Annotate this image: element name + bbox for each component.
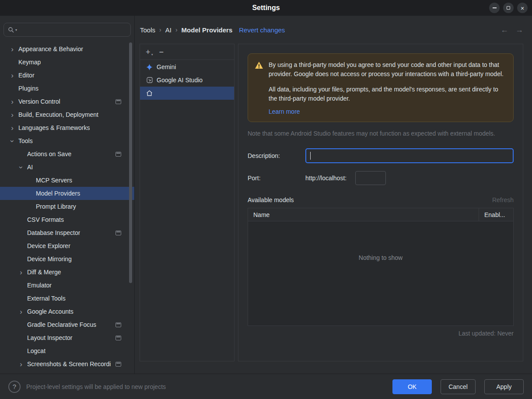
port-input[interactable] <box>355 171 386 185</box>
chevron-down-icon[interactable]: › <box>9 135 16 147</box>
sidebar-item-csv-formats[interactable]: CSV Formats <box>0 213 134 226</box>
provider-item-new-provider[interactable] <box>140 87 234 100</box>
ide-badge-icon <box>116 152 121 157</box>
available-models-label: Available models <box>248 196 294 203</box>
warning-paragraph-2: All data, including your files, prompts,… <box>269 85 506 103</box>
refresh-button[interactable]: Refresh <box>492 196 514 203</box>
minimize-button[interactable] <box>489 3 500 13</box>
sidebar-item-label: Appearance & Behavior <box>18 46 83 52</box>
sidebar-item-label: Google Accounts <box>27 308 74 315</box>
help-button[interactable]: ? <box>8 381 21 393</box>
breadcrumb: Tools AI Model Providers Revert changes … <box>135 16 532 44</box>
provider-list: GeminiGoogle AI Studio <box>140 60 234 100</box>
sidebar-item-label: Plugins <box>18 85 38 92</box>
sidebar-item-editor[interactable]: ›Editor <box>0 69 134 82</box>
sidebar-item-emulator[interactable]: Emulator <box>0 279 134 292</box>
ok-button[interactable]: OK <box>392 379 432 394</box>
sidebar-item-label: Keymap <box>18 59 41 66</box>
sidebar-item-appearance-behavior[interactable]: ›Appearance & Behavior <box>0 42 134 56</box>
apply-button[interactable]: Apply <box>484 379 524 394</box>
sidebar-item-label: Gradle Declarative Focus <box>27 321 96 328</box>
description-input[interactable] <box>305 148 514 163</box>
sidebar-item-diff-merge[interactable]: ›Diff & Merge <box>0 266 134 279</box>
remove-provider-icon[interactable] <box>159 48 164 56</box>
sidebar-item-label: AI <box>27 164 33 171</box>
settings-sidebar: ▾ ›Appearance & BehaviorKeymap›EditorPlu… <box>0 16 135 374</box>
settings-search-input[interactable] <box>18 26 126 33</box>
available-models-row: Available models Refresh <box>248 196 514 203</box>
providers-panel: GeminiGoogle AI Studio <box>140 44 234 361</box>
sidebar-item-label: MCP Servers <box>36 177 72 184</box>
sidebar-item-version-control[interactable]: ›Version Control <box>0 95 134 108</box>
column-header-enabled[interactable]: Enabl... <box>479 208 513 221</box>
chevron-right-icon[interactable]: › <box>6 98 18 105</box>
search-box[interactable]: ▾ <box>4 23 131 37</box>
breadcrumb-tools[interactable]: Tools <box>140 26 155 34</box>
provider-item-google-ai-studio[interactable]: Google AI Studio <box>140 74 234 87</box>
warning-paragraph-1: By using a third-party model you agree t… <box>269 60 506 79</box>
sidebar-item-label: Database Inspector <box>27 229 80 236</box>
provider-item-gemini[interactable]: Gemini <box>140 60 234 74</box>
sidebar-item-keymap[interactable]: Keymap <box>0 56 134 69</box>
sidebar-item-label: Device Explorer <box>27 242 70 249</box>
sidebar-item-languages-frameworks[interactable]: ›Languages & Frameworks <box>0 121 134 134</box>
add-provider-icon[interactable] <box>146 48 150 56</box>
providers-toolbar <box>140 44 234 60</box>
footer-note: Project-level settings will be applied t… <box>26 383 166 390</box>
back-arrow-icon[interactable]: ← <box>500 25 508 35</box>
models-table-body: Nothing to show <box>248 221 513 326</box>
sidebar-item-logcat[interactable]: Logcat <box>0 344 134 357</box>
sidebar-item-external-tools[interactable]: External Tools <box>0 292 134 305</box>
question-mark-icon: ? <box>13 383 16 390</box>
chevron-right-icon[interactable]: › <box>15 269 27 276</box>
sidebar-item-plugins[interactable]: Plugins <box>0 82 134 95</box>
close-button[interactable] <box>517 3 528 13</box>
sidebar-item-ai[interactable]: ›AI <box>0 161 134 174</box>
sidebar-item-gradle-declarative-focus[interactable]: Gradle Declarative Focus <box>0 318 134 331</box>
revert-changes-link[interactable]: Revert changes <box>239 26 285 34</box>
sidebar-item-label: Editor <box>18 72 35 79</box>
window-title: Settings <box>252 4 280 12</box>
sidebar-scrollbar[interactable] <box>129 42 132 283</box>
sidebar-item-database-inspector[interactable]: Database Inspector <box>0 226 134 239</box>
sidebar-item-prompt-library[interactable]: Prompt Library <box>0 200 134 213</box>
chevron-right-icon[interactable]: › <box>15 360 27 368</box>
learn-more-link[interactable]: Learn more <box>269 108 300 115</box>
minimize-icon <box>493 7 497 8</box>
sidebar-item-build-execution-deployment[interactable]: ›Build, Execution, Deployment <box>0 108 134 121</box>
maximize-button[interactable] <box>503 3 514 13</box>
models-table: Name Enabl... Nothing to show <box>248 208 514 326</box>
sidebar-item-tools[interactable]: ›Tools <box>0 134 134 147</box>
sidebar-item-screenshots-screen-recordi[interactable]: ›Screenshots & Screen Recordi <box>0 357 134 371</box>
chevron-right-icon[interactable]: › <box>6 111 18 119</box>
chevron-right-icon[interactable]: › <box>15 308 27 315</box>
chevron-down-icon[interactable]: › <box>18 161 25 173</box>
sidebar-item-device-mirroring[interactable]: Device Mirroring <box>0 252 134 266</box>
maximize-icon <box>507 6 510 10</box>
port-prefix: http://localhost: <box>305 175 346 182</box>
search-options-caret-icon[interactable]: ▾ <box>15 28 17 32</box>
provider-item-label: Google AI Studio <box>157 77 203 84</box>
sidebar-item-label: Prompt Library <box>36 203 76 210</box>
sidebar-item-actions-on-save[interactable]: Actions on Save <box>0 147 134 161</box>
models-table-header: Name Enabl... <box>248 208 513 221</box>
ide-badge-icon <box>116 99 121 104</box>
settings-window: Settings ▾ ›Appearance & BehaviorKeymap›… <box>0 0 532 399</box>
third-party-warning-banner: By using a third-party model you agree t… <box>248 53 514 122</box>
sidebar-item-label: Logcat <box>27 347 46 354</box>
chevron-right-icon[interactable]: › <box>6 46 18 53</box>
breadcrumb-ai[interactable]: AI <box>165 26 172 34</box>
forward-arrow-icon[interactable]: → <box>515 25 523 35</box>
dialog-footer: ? Project-level settings will be applied… <box>0 374 532 399</box>
chevron-right-icon[interactable]: › <box>6 124 18 132</box>
cancel-button[interactable]: Cancel <box>441 379 476 394</box>
sidebar-item-label: Model Providers <box>36 190 80 197</box>
sidebar-item-device-explorer[interactable]: Device Explorer <box>0 239 134 252</box>
sidebar-item-mcp-servers[interactable]: MCP Servers <box>0 174 134 187</box>
sidebar-item-model-providers[interactable]: Model Providers <box>0 187 134 200</box>
sidebar-item-google-accounts[interactable]: ›Google Accounts <box>0 305 134 318</box>
chevron-right-icon[interactable]: › <box>6 72 18 79</box>
sidebar-item-layout-inspector[interactable]: Layout Inspector <box>0 331 134 344</box>
provider-details-panel: By using a third-party model you agree t… <box>238 44 523 361</box>
column-header-name[interactable]: Name <box>248 208 479 221</box>
